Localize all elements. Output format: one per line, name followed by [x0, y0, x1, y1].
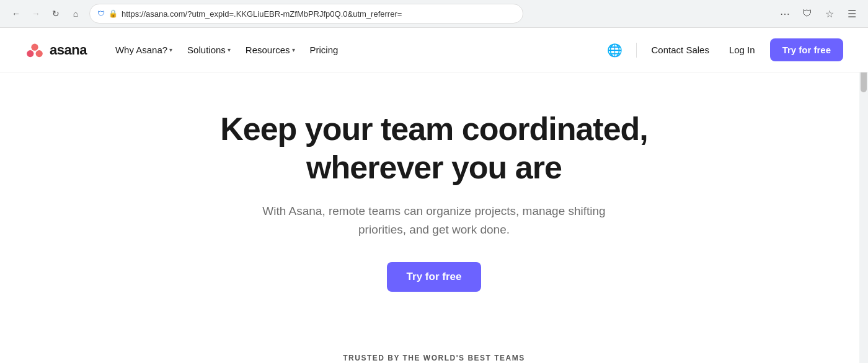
hero-section: Keep your team coordinated, wherever you… [0, 72, 868, 354]
nav-item-solutions[interactable]: Solutions ▾ [181, 40, 237, 60]
nav-item-resources[interactable]: Resources ▾ [239, 40, 301, 60]
bookmark-button[interactable]: ☆ [821, 5, 838, 22]
forward-button[interactable]: → [27, 5, 45, 22]
browser-chrome: ← → ↻ ⌂ 🛡 🔒 https://asana.com/?utm_expid… [0, 0, 868, 28]
nav-buttons: ← → ↻ ⌂ [7, 5, 84, 22]
reload-button[interactable]: ↻ [47, 5, 64, 22]
hero-cta-button[interactable]: Try for free [387, 262, 482, 292]
chevron-down-icon: ▾ [292, 46, 295, 53]
nav-item-why-asana[interactable]: Why Asana? ▾ [109, 40, 179, 60]
navbar: asana Why Asana? ▾ Solutions ▾ Resources… [0, 28, 868, 72]
security-icon: 🛡 [97, 9, 105, 18]
trusted-section: TRUSTED BY THE WORLD'S BEST TEAMS VOXMED… [0, 354, 868, 363]
nav-links: Why Asana? ▾ Solutions ▾ Resources ▾ Pri… [109, 40, 604, 60]
url-text: https://asana.com/?utm_expid=.KKGLiuEBR-… [122, 9, 515, 19]
nav-right: 🌐 Contact Sales Log In Try for free [604, 38, 843, 61]
try-free-nav-button[interactable]: Try for free [770, 38, 843, 61]
chevron-down-icon: ▾ [228, 46, 231, 53]
back-button[interactable]: ← [7, 5, 25, 22]
chevron-down-icon: ▾ [169, 46, 172, 53]
svg-point-0 [31, 43, 38, 50]
browser-scrollbar[interactable] [859, 55, 868, 363]
hero-subtitle: With Asana, remote teams can organize pr… [242, 202, 626, 240]
address-bar[interactable]: 🛡 🔒 https://asana.com/?utm_expid=.KKGLiu… [89, 4, 523, 24]
browser-actions: ⋯ 🛡 ☆ ☰ [776, 5, 861, 22]
svg-point-2 [36, 50, 43, 57]
language-globe-button[interactable]: 🌐 [604, 39, 626, 61]
svg-point-1 [27, 50, 33, 57]
trusted-label: TRUSTED BY THE WORLD'S BEST TEAMS [343, 354, 525, 362]
logo-text: asana [50, 42, 87, 58]
asana-logo-icon [25, 40, 45, 60]
globe-icon: 🌐 [607, 43, 622, 58]
menu-dots-button[interactable]: ⋯ [776, 5, 794, 22]
extensions-button[interactable]: 🛡 [799, 5, 816, 22]
lock-icon: 🔒 [108, 9, 118, 18]
nav-item-pricing[interactable]: Pricing [304, 40, 345, 60]
login-button[interactable]: Log In [724, 40, 760, 60]
nav-divider [636, 43, 637, 58]
contact-sales-button[interactable]: Contact Sales [647, 40, 714, 60]
logo[interactable]: asana [25, 40, 87, 60]
hero-title: Keep your team coordinated, wherever you… [198, 110, 670, 187]
home-button[interactable]: ⌂ [67, 5, 84, 22]
hamburger-menu-button[interactable]: ☰ [843, 5, 861, 22]
page-wrapper: asana Why Asana? ▾ Solutions ▾ Resources… [0, 28, 868, 363]
